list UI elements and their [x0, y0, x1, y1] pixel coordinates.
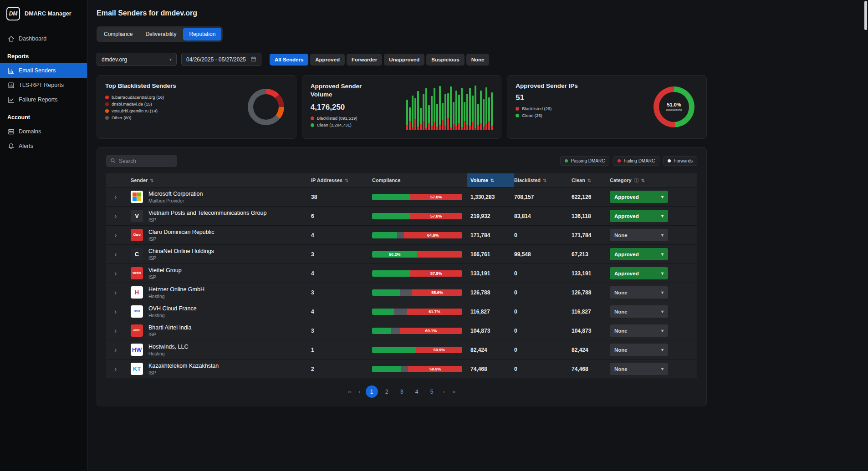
prev-page-button[interactable]: ‹ [356, 388, 363, 395]
legend-dot [105, 116, 109, 120]
filter-button-none[interactable]: None [466, 54, 490, 66]
page-button-2[interactable]: 2 [381, 385, 393, 398]
category-value: None [614, 347, 628, 353]
category-select[interactable]: None ▾ [610, 363, 668, 375]
chevron-down-icon: ▾ [661, 328, 664, 333]
sort-icon[interactable]: ⇅ [490, 178, 494, 183]
category-select[interactable]: None ▾ [610, 324, 668, 337]
page-button-1[interactable]: 1 [366, 385, 378, 398]
tab-reputation[interactable]: Reputation [183, 28, 221, 41]
category-select[interactable]: None ▾ [610, 344, 668, 356]
ip-count: 4 [311, 232, 372, 238]
table-row[interactable]: › Microsoft Corporation Mailbox Provider… [106, 187, 697, 206]
header-sender[interactable]: Sender⇅ [131, 173, 311, 187]
compliance-segment-fail: 69.1% [400, 328, 462, 334]
volume-bar-chart [406, 85, 493, 130]
table-row[interactable]: › airtel Bharti Airtel India ISP 3 69.1%… [106, 321, 697, 340]
table-row[interactable]: › KT Kazakhtelekom Kazakhstan ISP 2 59.9… [106, 359, 697, 378]
compliance-bar: 50.2% [372, 251, 462, 258]
category-select[interactable]: None ▾ [610, 229, 668, 241]
sort-icon[interactable]: ⇅ [641, 178, 645, 183]
sidebar-item-tls-rpt-reports[interactable]: TLS-RPT Reports [0, 78, 87, 92]
sort-icon[interactable]: ⇅ [587, 178, 591, 183]
expand-row-icon[interactable]: › [106, 193, 117, 201]
next-page-button[interactable]: › [441, 388, 447, 395]
category-select[interactable]: Approved ▾ [610, 210, 668, 222]
expand-row-icon[interactable]: › [106, 231, 117, 239]
table-row[interactable]: › viettel Viettel Group ISP 4 57.8% 133,… [106, 263, 697, 283]
domain-select[interactable]: dmdev.org ▾ [97, 53, 177, 66]
expand-row-icon[interactable]: › [106, 365, 117, 373]
category-value: Approved [614, 271, 639, 276]
filter-button-all-senders[interactable]: All Senders [270, 54, 308, 66]
category-select[interactable]: Approved ▾ [610, 248, 668, 260]
volume-bar [450, 86, 452, 130]
header-clean[interactable]: Clean⇅ [572, 173, 610, 187]
last-page-button[interactable]: » [450, 388, 458, 395]
sender-name: OVH Cloud France [148, 305, 197, 312]
table-row[interactable]: › C ChinaNet Online Holdings ISP 3 50.2%… [106, 244, 697, 263]
table-row[interactable]: › H Hetzner Online GmbH Hosting 3 55.6% … [106, 283, 697, 302]
tab-deliverability[interactable]: Deliverability [139, 28, 182, 41]
bar-chart-icon [7, 67, 15, 74]
first-page-button[interactable]: « [346, 388, 353, 395]
expand-row-icon[interactable]: › [106, 250, 117, 258]
category-select[interactable]: Approved ▾ [610, 267, 668, 279]
table-row[interactable]: › V Vietnam Posts and Telecommunications… [106, 206, 697, 225]
category-select[interactable]: None ▾ [610, 286, 668, 299]
page-buttons: 12345 [366, 385, 438, 398]
search-input[interactable] [119, 158, 173, 164]
volume-value: 82,424 [470, 347, 514, 353]
sidebar-item-domains[interactable]: Domains [0, 124, 87, 139]
header-category[interactable]: Categoryⓘ⇅ [610, 173, 697, 187]
table-row[interactable]: › Claro Claro Dominican Republic ISP 4 6… [106, 225, 697, 244]
sender-name: Kazakhtelekom Kazakhstan [148, 363, 219, 369]
sender-filter-group: All SendersApprovedForwarderUnapprovedSu… [270, 54, 489, 66]
filter-button-suspicious[interactable]: Suspicious [426, 54, 464, 66]
tab-compliance[interactable]: Compliance [98, 28, 138, 41]
sender-logo: Claro [131, 229, 143, 241]
compliance-segment-other [400, 289, 412, 296]
expand-row-icon[interactable]: › [106, 289, 117, 296]
expand-row-icon[interactable]: › [106, 346, 117, 354]
search-box[interactable] [106, 155, 177, 167]
page-button-5[interactable]: 5 [426, 385, 438, 398]
sidebar-item-dashboard[interactable]: Dashboard [0, 31, 87, 46]
compliance-segment-fail: 61.7% [407, 309, 462, 315]
date-range-picker[interactable]: 04/26/2025 - 05/27/2025 [181, 53, 261, 66]
filter-button-approved[interactable]: Approved [310, 54, 345, 66]
clean-value: 67,213 [572, 251, 610, 258]
filter-button-unapproved[interactable]: Unapproved [384, 54, 424, 66]
sort-icon[interactable]: ⇅ [345, 178, 348, 183]
sidebar-item-alerts[interactable]: Alerts [0, 139, 87, 153]
sort-icon[interactable]: ⇅ [543, 178, 546, 183]
expand-row-icon[interactable]: › [106, 269, 117, 277]
chevron-down-icon: ▾ [661, 233, 664, 238]
page-button-3[interactable]: 3 [396, 385, 408, 398]
category-select[interactable]: None ▾ [610, 305, 668, 318]
expand-row-icon[interactable]: › [106, 308, 117, 315]
sidebar-nav: DashboardReportsEmail SendersTLS-RPT Rep… [0, 31, 87, 153]
clean-value: 104,873 [572, 328, 610, 334]
table-row[interactable]: › OVH OVH Cloud France Hosting 4 61.7% 1… [106, 302, 697, 321]
volume-bar [483, 99, 485, 130]
volume-bar [417, 91, 419, 130]
category-select[interactable]: Approved ▾ [610, 191, 668, 203]
header-blacklisted[interactable]: Blacklisted⇅ [514, 173, 572, 187]
blacklisted-value: 83,814 [514, 213, 572, 219]
sidebar-item-failure-reports[interactable]: Failure Reports [0, 92, 87, 107]
sidebar-item-email-senders[interactable]: Email Senders [0, 63, 87, 78]
scrollbar-thumb[interactable] [864, 1, 867, 30]
header-volume[interactable]: Volume⇅ [467, 173, 514, 187]
volume-bar [442, 103, 444, 130]
page-button-4[interactable]: 4 [411, 385, 423, 398]
volume-bar [409, 107, 411, 130]
table-legend-passing-dmarc: Passing DMARC [560, 156, 609, 166]
table-row[interactable]: › HW Hostwinds, LLC Hosting 1 50.9% 82,4… [106, 340, 697, 359]
sort-icon[interactable]: ⇅ [150, 178, 153, 183]
expand-row-icon[interactable]: › [106, 212, 117, 220]
expand-row-icon[interactable]: › [106, 327, 117, 334]
header-ip-addresses[interactable]: IP Addresses⇅ [311, 173, 372, 187]
info-icon[interactable]: ⓘ [634, 177, 639, 184]
filter-button-forwarder[interactable]: Forwarder [347, 54, 382, 66]
